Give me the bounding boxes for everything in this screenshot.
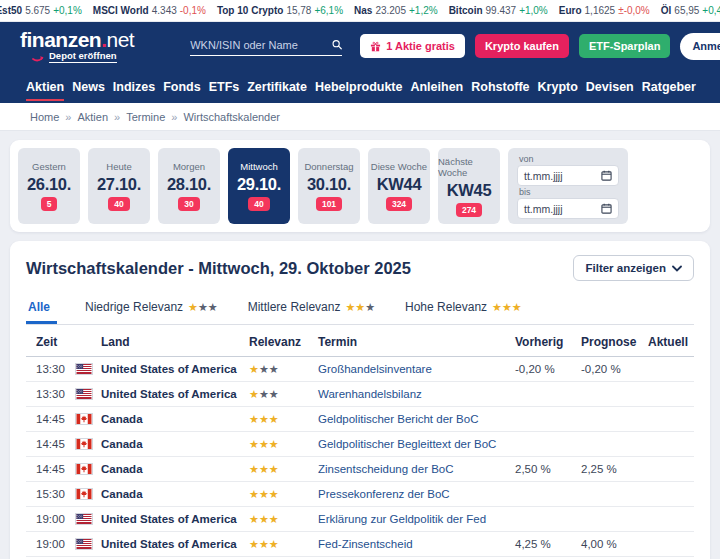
- nav-item-news[interactable]: News: [72, 73, 105, 101]
- cell-event-link[interactable]: Großhandelsinventare: [318, 363, 515, 375]
- date-from-input[interactable]: tt.mm.jjjj: [517, 165, 619, 186]
- cell-time: 14:45: [36, 413, 75, 425]
- cell-time: 15:30: [36, 488, 75, 500]
- etf-sparplan-button[interactable]: ETF-Sparplan: [579, 34, 671, 58]
- date-card[interactable]: Diese Woche KW44 324: [368, 148, 430, 224]
- date-card-date: 26.10.: [27, 175, 71, 194]
- ticker-symbol: Bitcoin: [449, 5, 483, 16]
- ticker-item[interactable]: MSCI World4.343-0,1%: [93, 5, 206, 16]
- breadcrumb-link[interactable]: Termine: [126, 111, 165, 123]
- relevance-tab[interactable]: Mittlere Relevanz ★★★: [246, 294, 377, 324]
- date-cards-strip: Gestern 26.10. 5 Heute 27.10. 40 Morgen …: [18, 148, 500, 224]
- ticker-symbol: Top 10 Crypto: [217, 5, 283, 16]
- nav-item-hebelprodukte[interactable]: Hebelprodukte: [315, 73, 403, 101]
- nav-item-anleihen[interactable]: Anleihen: [410, 73, 463, 101]
- cell-event-link[interactable]: Zinsentscheidung der BoC: [318, 463, 515, 475]
- date-card[interactable]: Mittwoch 29.10. 40: [228, 148, 290, 224]
- calendar-icon[interactable]: [601, 203, 612, 214]
- date-card[interactable]: Morgen 28.10. 30: [158, 148, 220, 224]
- cell-country: Canada: [101, 438, 249, 450]
- table-row[interactable]: 13:30 United States of America ★★★ Waren…: [26, 382, 694, 407]
- star-gold-icon: ★: [269, 463, 279, 475]
- cell-event-link[interactable]: Warenhandelsbilanz: [318, 388, 515, 400]
- ticker-change: ±-0,0%: [618, 5, 650, 16]
- star-gold-icon: ★: [259, 413, 269, 425]
- date-card-count-badge: 324: [386, 197, 412, 211]
- nav-item-aktien[interactable]: Aktien: [26, 73, 64, 101]
- star-gold-icon: ★: [249, 538, 259, 550]
- cell-event-link[interactable]: Erklärung zur Geldpolitik der Fed: [318, 513, 515, 525]
- ticker-item[interactable]: Nas23.205+1,2%: [354, 5, 438, 16]
- depot-eroeffnen-link[interactable]: Depot eröffnen: [32, 51, 134, 63]
- star-gray-icon: ★: [365, 301, 375, 313]
- relevance-tab[interactable]: Alle: [26, 294, 57, 324]
- date-to-label: bis: [519, 187, 619, 197]
- date-card[interactable]: Nächste Woche KW45 274: [438, 148, 500, 224]
- relevance-tab[interactable]: Niedrige Relevanz ★★★: [83, 294, 220, 324]
- nav-item-ratgeber[interactable]: Ratgeber: [642, 73, 696, 101]
- search-bar[interactable]: [190, 36, 342, 56]
- cell-event-link[interactable]: Fed-Zinsentscheid: [318, 538, 515, 550]
- nav-item-etfs[interactable]: ETFs: [209, 73, 240, 101]
- star-gold-icon: ★: [269, 438, 279, 450]
- relevance-tabs: Alle Niedrige Relevanz ★★★ Mittlere Rele…: [26, 294, 694, 325]
- relevance-tab[interactable]: Hohe Relevanz ★★★: [403, 294, 524, 324]
- login-button[interactable]: Anmelden: [680, 33, 720, 60]
- table-row[interactable]: 19:00 United States of America ★★★ Erklä…: [26, 507, 694, 532]
- breadcrumb-link[interactable]: Wirtschaftskalender: [183, 111, 280, 123]
- cell-time: 14:45: [36, 463, 75, 475]
- free-share-button[interactable]: 1 Aktie gratis: [360, 34, 465, 58]
- date-card[interactable]: Heute 27.10. 40: [88, 148, 150, 224]
- breadcrumb-separator: »: [65, 111, 71, 123]
- site-logo[interactable]: finanzen.net Depot eröffnen: [20, 29, 134, 63]
- cell-relevance-stars: ★★★: [249, 363, 318, 375]
- ticker-item[interactable]: Euro1,1625±-0,0%: [559, 5, 650, 16]
- nav-item-fonds[interactable]: Fonds: [163, 73, 201, 101]
- breadcrumb-link[interactable]: Aktien: [77, 111, 108, 123]
- date-to-input[interactable]: tt.mm.jjjj: [517, 198, 619, 219]
- table-row[interactable]: 19:00 United States of America ★★★ Fed-Z…: [26, 532, 694, 557]
- table-row[interactable]: 15:30 Canada ★★★ Pressekonferenz der BoC: [26, 482, 694, 507]
- date-card-label: Nächste Woche: [438, 156, 500, 178]
- date-from-label: von: [519, 154, 619, 164]
- ticker-item[interactable]: Bitcoin99.437+1,0%: [449, 5, 548, 16]
- nav-item-indizes[interactable]: Indizes: [113, 73, 155, 101]
- nav-item-rohstoffe[interactable]: Rohstoffe: [471, 73, 529, 101]
- filter-toggle-button[interactable]: Filter anzeigen: [573, 255, 694, 281]
- table-row[interactable]: 14:45 Canada ★★★ Geldpolitischer Begleit…: [26, 432, 694, 457]
- ticker-change: -0,1%: [180, 5, 206, 16]
- table-row[interactable]: 14:45 Canada ★★★ Zinsentscheidung der Bo…: [26, 457, 694, 482]
- date-card[interactable]: Donnerstag 30.10. 101: [298, 148, 360, 224]
- nav-item-devisen[interactable]: Devisen: [586, 73, 634, 101]
- cell-country: United States of America: [101, 513, 249, 525]
- date-card[interactable]: Gestern 26.10. 5: [18, 148, 80, 224]
- star-gold-icon: ★: [345, 301, 355, 313]
- cell-relevance-stars: ★★★: [249, 538, 318, 550]
- nav-item-krypto[interactable]: Krypto: [538, 73, 578, 101]
- breadcrumb-separator: »: [114, 111, 120, 123]
- date-card-date: 27.10.: [97, 175, 141, 194]
- nav-item-zertifikate[interactable]: Zertifikate: [247, 73, 307, 101]
- cell-time: 13:30: [36, 363, 75, 375]
- krypto-kaufen-button[interactable]: Krypto kaufen: [475, 34, 569, 58]
- cell-event-link[interactable]: Geldpolitischer Bericht der BoC: [318, 413, 515, 425]
- search-icon[interactable]: [332, 38, 342, 51]
- ticker-item[interactable]: Est505.675+0,1%: [0, 5, 82, 16]
- search-input[interactable]: [190, 39, 332, 51]
- ticker-symbol: Est50: [0, 5, 22, 16]
- table-row[interactable]: 14:45 Canada ★★★ Geldpolitischer Bericht…: [26, 407, 694, 432]
- breadcrumb: Home»Aktien»Termine»Wirtschaftskalender: [0, 103, 720, 131]
- breadcrumb-link[interactable]: Home: [30, 111, 59, 123]
- star-gold-icon: ★: [249, 438, 259, 450]
- breadcrumb-separator: »: [171, 111, 177, 123]
- cell-previous: 4,25 %: [515, 538, 581, 550]
- cell-event-link[interactable]: Geldpolitischer Begleittext der BoC: [318, 438, 515, 450]
- calendar-icon[interactable]: [601, 170, 612, 181]
- ticker-value: 99.437: [486, 5, 517, 16]
- table-row[interactable]: 13:30 United States of America ★★★ Großh…: [26, 357, 694, 382]
- cell-event-link[interactable]: Pressekonferenz der BoC: [318, 488, 515, 500]
- ticker-item[interactable]: Öl65,95+0,4%: [661, 5, 720, 16]
- country-flag-icon: [75, 463, 101, 475]
- ticker-item[interactable]: Top 10 Crypto15,78+6,1%: [217, 5, 343, 16]
- cell-relevance-stars: ★★★: [249, 513, 318, 525]
